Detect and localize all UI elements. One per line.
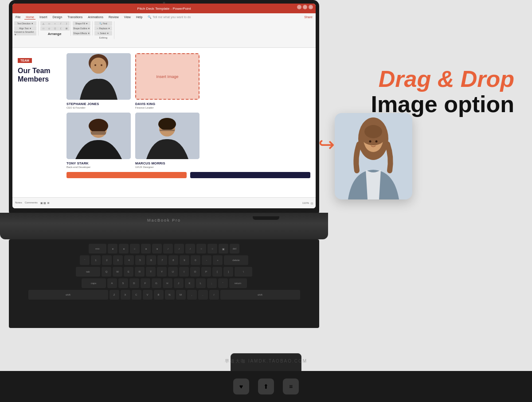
key-i[interactable]: I: [179, 267, 189, 277]
key-bracket-r[interactable]: ]: [223, 267, 233, 277]
maximize-button[interactable]: □: [303, 5, 307, 9]
key-l[interactable]: L: [196, 278, 206, 288]
key-g[interactable]: G: [152, 278, 161, 288]
key-x[interactable]: X: [121, 290, 130, 300]
key-f8[interactable]: ♪: [185, 244, 195, 254]
dock-icon-menu[interactable]: ≡: [283, 379, 299, 394]
tab-file[interactable]: File: [14, 15, 22, 20]
cta-btn-dark[interactable]: [190, 172, 310, 178]
tab-help[interactable]: Help: [135, 15, 144, 20]
shape-7[interactable]: ◇: [46, 26, 52, 31]
shape-4[interactable]: /: [58, 21, 64, 26]
notes-btn[interactable]: Notes: [15, 201, 22, 205]
shape-effects-btn[interactable]: Shape Effects ▼: [73, 31, 90, 35]
key-c[interactable]: C: [132, 290, 141, 300]
key-w[interactable]: W: [113, 267, 122, 277]
replace-btn[interactable]: ↔ Replace ▼: [94, 26, 112, 31]
shape-3[interactable]: ○: [52, 21, 58, 26]
search-tab[interactable]: 🔍 Tell me what you want to do: [146, 15, 192, 20]
tab-insert[interactable]: Insert: [38, 15, 49, 20]
key-backslash[interactable]: \: [235, 267, 252, 277]
key-t[interactable]: T: [146, 267, 156, 277]
key-delete[interactable]: delete: [224, 255, 248, 265]
key-f1[interactable]: ✦: [108, 244, 117, 254]
key-minus[interactable]: -: [202, 255, 211, 265]
key-2[interactable]: 2: [102, 255, 112, 265]
key-z[interactable]: Z: [110, 290, 119, 300]
key-f10[interactable]: ☼: [207, 244, 217, 254]
shape-10[interactable]: ⊞: [63, 26, 70, 31]
member-photo-2-placeholder[interactable]: Insert Image: [135, 53, 200, 100]
key-esc[interactable]: esc: [89, 244, 106, 254]
key-backtick[interactable]: `: [80, 255, 90, 265]
tab-transitions[interactable]: Transitions: [66, 15, 84, 20]
key-plus[interactable]: +: [213, 255, 223, 265]
key-f2[interactable]: ✦: [119, 244, 129, 254]
key-6[interactable]: 6: [146, 255, 156, 265]
key-n[interactable]: N: [165, 290, 175, 300]
key-p[interactable]: P: [201, 267, 211, 277]
key-1[interactable]: 1: [91, 255, 101, 265]
shape-2[interactable]: □: [46, 21, 52, 26]
key-bracket-l[interactable]: [: [212, 267, 222, 277]
key-h[interactable]: H: [163, 278, 172, 288]
key-comma[interactable]: ,: [187, 290, 197, 300]
key-f9[interactable]: ☼: [196, 244, 206, 254]
find-btn[interactable]: 🔍 Find: [94, 21, 112, 26]
key-e[interactable]: E: [124, 267, 133, 277]
shape-5[interactable]: ⟩: [63, 21, 70, 26]
key-d[interactable]: D: [129, 278, 139, 288]
key-return[interactable]: return: [229, 278, 247, 288]
key-7[interactable]: 7: [157, 255, 167, 265]
key-f7[interactable]: ♪: [174, 244, 184, 254]
share-button[interactable]: Share: [303, 15, 314, 20]
key-shift-l[interactable]: shift: [28, 290, 108, 300]
key-s[interactable]: S: [118, 278, 128, 288]
key-o[interactable]: O: [190, 267, 200, 277]
shape-outline-btn[interactable]: Shape Outline ▼: [73, 26, 90, 31]
minimize-button[interactable]: −: [297, 5, 301, 9]
key-f3[interactable]: ⌕: [130, 244, 140, 254]
key-u[interactable]: U: [168, 267, 178, 277]
key-5[interactable]: 5: [135, 255, 145, 265]
select-btn[interactable]: ↖ Select ▼: [94, 31, 112, 35]
tab-view[interactable]: View: [123, 15, 132, 20]
key-q[interactable]: Q: [102, 267, 111, 277]
key-3[interactable]: 3: [113, 255, 123, 265]
key-tab[interactable]: tab: [76, 267, 100, 277]
text-down-btn[interactable]: Text Direction ▼: [14, 21, 36, 26]
tab-design[interactable]: Design: [51, 15, 63, 20]
shape-8[interactable]: ⬡: [52, 26, 58, 31]
floating-image-card[interactable]: [335, 113, 412, 199]
comments-btn[interactable]: Comments: [25, 201, 38, 205]
tab-home[interactable]: Home: [24, 15, 35, 20]
key-period[interactable]: .: [198, 290, 208, 300]
close-button[interactable]: ×: [309, 5, 313, 9]
key-y[interactable]: Y: [157, 267, 167, 277]
key-v[interactable]: V: [143, 290, 153, 300]
key-b[interactable]: B: [154, 290, 164, 300]
zoom-fit[interactable]: ⊡: [311, 202, 313, 205]
key-k[interactable]: K: [185, 278, 195, 288]
key-a[interactable]: A: [107, 278, 117, 288]
shape-fill-btn[interactable]: Shape Fill ▼: [73, 21, 90, 26]
key-f[interactable]: F: [141, 278, 150, 288]
key-caps[interactable]: caps: [82, 278, 106, 288]
key-8[interactable]: 8: [168, 255, 178, 265]
tab-review[interactable]: Review: [107, 15, 120, 20]
tab-animations[interactable]: Animations: [86, 15, 105, 20]
key-slash[interactable]: /: [209, 290, 219, 300]
smart-btn[interactable]: Convert to SmartArt ▼: [14, 31, 36, 35]
key-shift-r[interactable]: shift: [220, 290, 300, 300]
key-quote[interactable]: ': [218, 278, 228, 288]
dock-icon-heart[interactable]: ♥: [233, 379, 249, 394]
align-btn[interactable]: Align Text ▼: [14, 26, 36, 31]
key-m[interactable]: M: [176, 290, 186, 300]
key-f4[interactable]: ✦: [141, 244, 151, 254]
key-f6[interactable]: ♪: [163, 244, 173, 254]
key-del[interactable]: del: [230, 244, 239, 254]
key-j[interactable]: J: [174, 278, 184, 288]
key-r[interactable]: R: [135, 267, 145, 277]
shape-6[interactable]: □: [40, 26, 47, 31]
shape-1[interactable]: △: [40, 21, 47, 26]
